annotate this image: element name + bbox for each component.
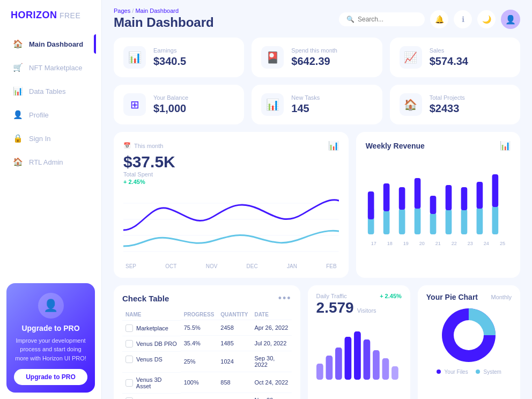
header: Pages / Main Dashboard Main Dashboard 🔍 … bbox=[102, 0, 532, 33]
traffic-header: Daily Traffic + 2.45% 2.579 Visitors bbox=[316, 293, 402, 316]
rtl-icon: 🏠 bbox=[12, 156, 24, 168]
svg-rect-9 bbox=[383, 183, 389, 211]
pie-chart-legend: Your Files System bbox=[426, 369, 512, 375]
bottom-row: Check Table ••• NAME PROGRESS QUANTITY D… bbox=[114, 285, 520, 399]
calendar-icon: 📅 bbox=[123, 142, 131, 149]
balance-icon: ⊞ bbox=[123, 93, 146, 116]
table-cell-progress: 35.4% bbox=[181, 336, 218, 351]
table-row: Marketplace 75.5% 258 Nov 29, 2022 bbox=[122, 393, 292, 400]
home-icon: 🏠 bbox=[12, 38, 24, 50]
upgrade-desc: Improve your development process and sta… bbox=[14, 336, 87, 363]
line-chart-expand-icon[interactable]: 📊 bbox=[328, 141, 339, 151]
svg-rect-18 bbox=[430, 196, 436, 214]
table-cell-quantity: 1024 bbox=[217, 351, 251, 372]
row-checkbox[interactable] bbox=[125, 356, 133, 363]
sidebar-item-sign-in[interactable]: 🔒 Sign In bbox=[5, 127, 96, 150]
svg-rect-38 bbox=[382, 358, 389, 380]
pie-period-selector[interactable]: Monthly bbox=[491, 294, 512, 300]
header-left: Pages / Main Dashboard Main Dashboard bbox=[114, 8, 214, 30]
pie-chart-header: Your Pie Chart Monthly bbox=[426, 293, 512, 301]
sidebar-item-data-tables[interactable]: 📊 Data Tables bbox=[5, 80, 96, 102]
row-checkbox[interactable] bbox=[125, 324, 133, 332]
charts-row: 📅 This month 📊 $37.5K Total Spent + 2.45… bbox=[114, 132, 520, 278]
svg-rect-34 bbox=[344, 337, 351, 380]
earnings-icon: 📊 bbox=[123, 46, 146, 69]
check-table-menu-button[interactable]: ••• bbox=[278, 293, 292, 304]
notification-button[interactable]: 🔔 bbox=[430, 10, 448, 28]
svg-rect-35 bbox=[354, 331, 361, 380]
traffic-card: Daily Traffic + 2.45% 2.579 Visitors bbox=[308, 285, 410, 399]
svg-rect-27 bbox=[476, 182, 483, 209]
line-chart-header: 📅 This month 📊 bbox=[123, 141, 339, 151]
table-cell-name: Marketplace bbox=[122, 393, 181, 400]
svg-rect-15 bbox=[414, 178, 420, 209]
tasks-info: New Tasks 145 bbox=[291, 94, 320, 115]
spend-label: Spend this month bbox=[291, 47, 337, 54]
search-input[interactable] bbox=[358, 16, 417, 23]
svg-rect-23 bbox=[461, 209, 467, 234]
col-date: DATE bbox=[251, 309, 291, 320]
traffic-label: Daily Traffic bbox=[316, 293, 347, 299]
breadcrumb: Pages / Main Dashboard bbox=[114, 8, 214, 14]
table-cell-date: Jul 20, 2022 bbox=[251, 336, 291, 351]
table-cell-name: Venus DS bbox=[122, 351, 181, 367]
table-cell-date: Oct 24, 2022 bbox=[251, 372, 291, 393]
sidebar: HORIZON FREE 🏠 Main Dashboard 🛒 NFT Mark… bbox=[0, 0, 102, 399]
tasks-value: 145 bbox=[291, 102, 320, 115]
row-checkbox[interactable] bbox=[125, 340, 133, 348]
svg-rect-6 bbox=[368, 191, 374, 219]
pie-legend-files-dot bbox=[437, 370, 441, 374]
stat-card-sales: 📈 Sales $574.34 bbox=[390, 38, 520, 77]
row-checkbox[interactable] bbox=[125, 379, 133, 387]
sidebar-item-rtl-admin[interactable]: 🏠 RTL Admin bbox=[5, 151, 96, 173]
pie-chart-area bbox=[426, 306, 512, 365]
table-cell-progress: 25% bbox=[181, 351, 218, 372]
breadcrumb-base: Pages bbox=[114, 8, 130, 14]
info-button[interactable]: ℹ bbox=[454, 10, 472, 28]
sidebar-item-nft-marketplace[interactable]: 🛒 NFT Marketplace bbox=[5, 56, 96, 79]
svg-rect-24 bbox=[461, 187, 467, 210]
stat-card-tasks: 📊 New Tasks 145 bbox=[252, 85, 382, 124]
sidebar-label-main-dashboard: Main Dashboard bbox=[29, 40, 83, 48]
table-cell-quantity: 858 bbox=[217, 372, 251, 393]
breadcrumb-current: Main Dashboard bbox=[135, 8, 179, 14]
table-cell-date: Sep 30, 2022 bbox=[251, 351, 291, 372]
upgrade-button[interactable]: Upgrade to PRO bbox=[14, 369, 87, 385]
svg-rect-32 bbox=[326, 356, 332, 380]
check-table: NAME PROGRESS QUANTITY DATE Marketplace … bbox=[122, 309, 292, 399]
weekly-chart-title: Weekly Revenue bbox=[366, 142, 425, 150]
svg-rect-26 bbox=[476, 208, 483, 234]
svg-point-41 bbox=[454, 320, 484, 350]
search-box[interactable]: 🔍 bbox=[339, 12, 425, 26]
pie-chart-title: Your Pie Chart bbox=[426, 293, 478, 301]
spend-icon: 🎴 bbox=[261, 46, 284, 69]
sales-icon: 📈 bbox=[400, 46, 422, 69]
sidebar-label-sign-in: Sign In bbox=[29, 135, 50, 143]
projects-value: $2433 bbox=[430, 102, 465, 115]
col-progress: PROGRESS bbox=[181, 309, 218, 320]
line-chart-big-value: $37.5K bbox=[123, 153, 339, 171]
weekly-chart-expand-icon[interactable]: 📊 bbox=[500, 141, 511, 151]
sales-info: Sales $574.34 bbox=[430, 47, 468, 68]
check-table-header: Check Table ••• bbox=[122, 293, 292, 304]
pie-legend-files: Your Files bbox=[437, 369, 468, 375]
sidebar-item-profile[interactable]: 👤 Profile bbox=[5, 104, 96, 126]
check-table-title: Check Table bbox=[122, 294, 169, 303]
svg-rect-17 bbox=[430, 213, 436, 234]
stat-card-balance: ⊞ Your Balance $1,000 bbox=[114, 85, 244, 124]
balance-label: Your Balance bbox=[153, 94, 188, 101]
table-cell-progress: 75.5% bbox=[181, 393, 218, 400]
line-chart-x-labels: SEP OCT NOV DEC JAN FEB bbox=[123, 262, 339, 269]
search-icon: 🔍 bbox=[346, 16, 354, 23]
table-icon: 📊 bbox=[12, 85, 24, 97]
upgrade-avatar-icon: 👤 bbox=[38, 293, 64, 319]
row-checkbox[interactable] bbox=[125, 397, 133, 400]
sidebar-label-profile: Profile bbox=[29, 111, 49, 119]
traffic-change: + 2.45% bbox=[380, 293, 402, 299]
stat-card-projects: 🏠 Total Projects $2433 bbox=[390, 85, 520, 124]
table-cell-date: Apr 26, 2022 bbox=[251, 320, 291, 336]
theme-toggle-button[interactable]: 🌙 bbox=[477, 10, 496, 28]
svg-rect-39 bbox=[391, 366, 398, 380]
sidebar-item-main-dashboard[interactable]: 🏠 Main Dashboard bbox=[5, 33, 96, 55]
avatar-button[interactable]: 👤 bbox=[501, 10, 520, 29]
